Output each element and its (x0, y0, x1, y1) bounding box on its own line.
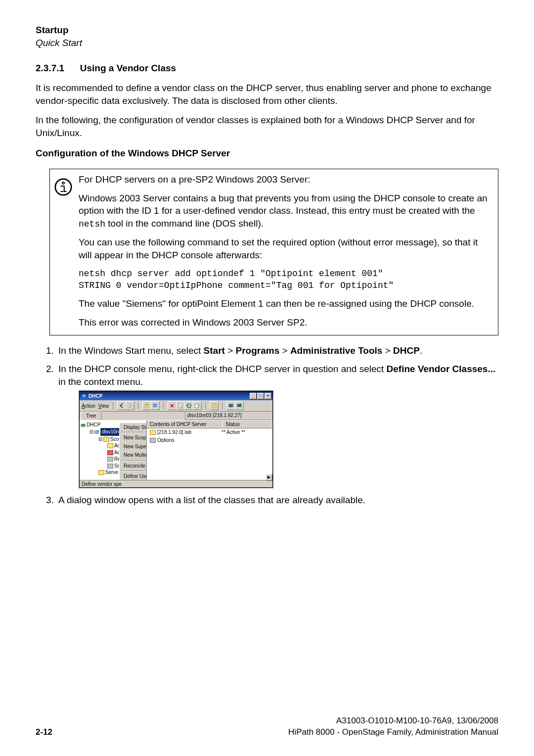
section-heading: 2.3.7.1 Using a Vendor Class (36, 62, 498, 75)
folder-icon (150, 438, 156, 443)
svg-rect-2 (82, 394, 86, 397)
svg-rect-14 (230, 407, 232, 407)
separator (138, 402, 138, 409)
list-item-status: ** Active ** (222, 429, 245, 436)
context-menu: Display Statistics... New Scope... New S… (119, 423, 147, 480)
help-button[interactable]: ? (210, 401, 219, 410)
content-area: DHCP ⊟ dlsv10nr0 ⊟Scope (80, 421, 272, 480)
app-icon (82, 393, 87, 398)
bold-define-vendor: Define Vendor Classes... (387, 364, 496, 374)
chapter-subtitle: Quick Start (36, 37, 498, 49)
window-title: DHCP (89, 393, 102, 400)
show-hide-button[interactable] (151, 401, 160, 410)
section-number: 2.3.7.1 (36, 63, 64, 73)
note-p5: This error was corrected in Windows 2003… (79, 316, 493, 329)
dhcp-server-icon (81, 423, 86, 427)
monitor-icon (228, 403, 233, 408)
svg-rect-16 (81, 424, 85, 426)
doc-title: HiPath 8000 - OpenStage Family, Administ… (288, 727, 498, 738)
svg-point-0 (55, 179, 71, 195)
note-code-block: netsh dhcp server add optiondef 1 "Optip… (79, 268, 493, 292)
bold-dhcp: DHCP (393, 345, 420, 356)
status-bar: Define vendor spe (80, 480, 272, 487)
menu-view[interactable]: View (98, 403, 109, 410)
scope-button-1[interactable] (226, 401, 235, 410)
step-2-text: In the DHCP console menu, right-click th… (58, 364, 387, 374)
svg-point-18 (98, 431, 99, 432)
ctx-new-superscope[interactable]: New Superscope... (120, 442, 147, 451)
list-item[interactable]: [218.1.92.0] lab ** Active ** (147, 428, 272, 436)
folder-icon (107, 443, 113, 448)
tree-tab[interactable]: Tree (81, 412, 101, 420)
col-contents[interactable]: Contents of DHCP Server (147, 421, 222, 428)
step-2: In the DHCP console menu, right-click th… (56, 363, 498, 488)
figure-dhcp-console: DHCP _ □ × Action View (79, 391, 498, 488)
nav-back-button[interactable] (117, 401, 126, 410)
col-status[interactable]: Status (222, 421, 272, 428)
page-footer: 2-12 A31003-O1010-M100-10-76A9, 13/06/20… (36, 715, 498, 738)
svg-point-1 (62, 182, 64, 184)
folder-icon (98, 470, 104, 475)
list-headers: Contents of DHCP Server Status (147, 421, 272, 429)
note-p1: For DHCP servers on a pre-SP2 Windows 20… (79, 173, 493, 186)
close-button[interactable]: × (265, 393, 271, 399)
list-item-label: Options (157, 437, 174, 444)
properties-button[interactable] (176, 401, 185, 410)
page-number: 2-12 (36, 727, 52, 738)
separator (222, 402, 222, 409)
ctx-new-multicast-scope[interactable]: New Multicast Scope... (120, 451, 147, 460)
paragraph-1: It is recommended to define a vendor cla… (36, 82, 498, 107)
delete-button[interactable] (168, 401, 177, 410)
properties-icon (178, 403, 183, 408)
bold-admin-tools: Administrative Tools (290, 345, 383, 356)
dhcp-window: DHCP _ □ × Action View (79, 391, 273, 488)
step-3: A dialog window opens with a list of the… (56, 494, 498, 507)
scope-button-2[interactable] (235, 401, 244, 410)
note-p4: The value "Siemens" for optiPoint Elemen… (79, 297, 493, 310)
svg-rect-10 (195, 404, 198, 408)
note-p2-b: tool in the command line (DOS shell). (105, 218, 264, 229)
folder-icon (107, 450, 113, 455)
address-bar: dlsv10nr03 [218.1.92.27] (185, 412, 272, 420)
bold-programs: Programs (236, 345, 280, 356)
tree-root-label: DHCP (87, 422, 100, 428)
grid-icon (153, 403, 158, 408)
ctx-reconcile-all-scopes[interactable]: Reconcile All Scopes... (120, 462, 147, 471)
steps-list: In the Windows Start menu, select Start … (36, 344, 498, 507)
section-title: Using a Vendor Class (80, 63, 176, 73)
folder-icon (103, 437, 109, 442)
ctx-define-user-classes[interactable]: Define User Classes... (120, 472, 147, 480)
minimize-button[interactable]: _ (250, 393, 257, 399)
up-button[interactable] (142, 401, 151, 410)
export-button[interactable] (193, 401, 202, 410)
delete-icon (170, 403, 175, 408)
ctx-display-statistics[interactable]: Display Statistics... (120, 423, 147, 432)
sep-gt: > (279, 345, 290, 356)
refresh-icon (186, 403, 191, 408)
inline-code-netsh: netsh (79, 219, 105, 229)
list-item-label: [218.1.92.0] lab (157, 429, 191, 436)
ctx-new-scope[interactable]: New Scope... (120, 433, 147, 442)
folder-icon (107, 464, 113, 469)
maximize-button[interactable]: □ (257, 393, 264, 399)
subheading: Configuration of the Windows DHCP Server (36, 147, 498, 160)
sep-gt: > (225, 345, 236, 356)
note-p2: Windows 2003 Server contains a bug that … (79, 192, 493, 231)
separator (121, 460, 147, 461)
step-1: In the Windows Start menu, select Start … (56, 344, 498, 357)
bold-start: Start (204, 345, 225, 356)
folder-up-icon (144, 403, 149, 408)
list-body: [218.1.92.0] lab ** Active ** Options ▶ (147, 428, 272, 480)
menu-action[interactable]: Action (82, 403, 95, 410)
refresh-button[interactable] (184, 401, 193, 410)
chapter-title: Startup (36, 24, 498, 37)
scroll-right-button[interactable]: ▶ (266, 474, 272, 481)
separator (205, 402, 206, 409)
svg-rect-13 (229, 404, 233, 407)
titlebar: DHCP _ □ × (80, 391, 272, 400)
nav-forward-button[interactable] (126, 401, 134, 410)
list-item[interactable]: Options (147, 436, 272, 444)
separator (113, 402, 113, 409)
monitor-plus-icon (237, 403, 242, 408)
svg-rect-4 (153, 404, 155, 405)
